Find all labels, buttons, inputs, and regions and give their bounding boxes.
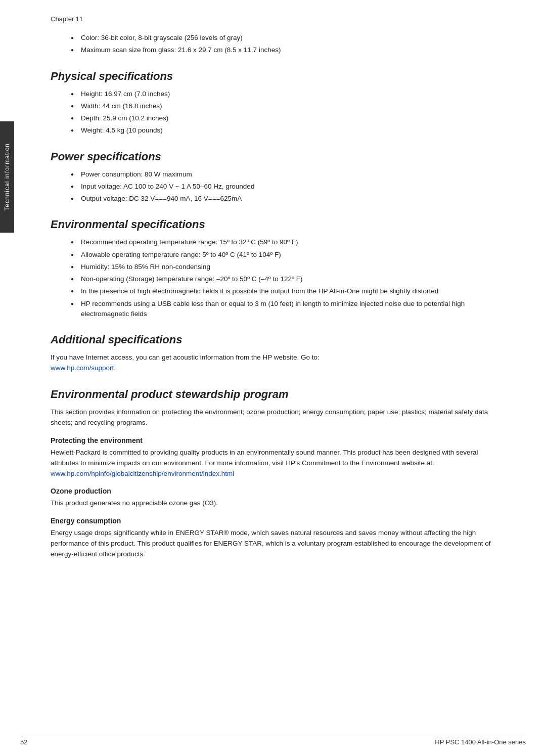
product-name: HP PSC 1400 All-in-One series [435, 738, 526, 746]
intro-bullet-1: Color: 36-bit color, 8-bit grayscale (25… [71, 33, 495, 43]
intro-bullet-2: Maximum scan size from glass: 21.6 x 29.… [71, 45, 495, 55]
intro-bullet-list: Color: 36-bit color, 8-bit grayscale (25… [71, 33, 495, 56]
power-specifications-heading: Power specifications [51, 150, 495, 163]
hp-environment-link[interactable]: www.hp.com/hpinfo/globalcitizenship/envi… [51, 470, 234, 477]
physical-bullet-3: Depth: 25.9 cm (10.2 inches) [71, 113, 495, 123]
side-tab: Technical information [0, 121, 14, 233]
environmental-bullet-6: HP recommends using a USB cable less tha… [71, 299, 495, 320]
ozone-body: This product generates no appreciable oz… [51, 498, 495, 509]
additional-specifications-heading: Additional specifications [51, 333, 495, 346]
physical-bullet-1: Height: 16.97 cm (7.0 inches) [71, 89, 495, 99]
physical-specifications-heading: Physical specifications [51, 70, 495, 83]
environmental-bullet-5: In the presence of high electromagnetic … [71, 286, 495, 296]
environmental-bullet-4: Non-operating (Storage) temperature rang… [71, 274, 495, 284]
physical-bullet-list: Height: 16.97 cm (7.0 inches) Width: 44 … [71, 89, 495, 136]
protecting-env-body: Hewlett-Packard is committed to providin… [51, 448, 495, 479]
environmental-bullet-list: Recommended operating temperature range:… [71, 237, 495, 319]
energy-subheading: Energy consumption [51, 517, 495, 525]
environmental-bullet-1: Recommended operating temperature range:… [71, 237, 495, 247]
power-bullet-list: Power consumption: 80 W maximum Input vo… [71, 169, 495, 204]
energy-body: Energy usage drops significantly while i… [51, 528, 495, 560]
side-tab-label: Technical information [4, 143, 11, 211]
additional-body: If you have Internet access, you can get… [51, 352, 495, 374]
page-number: 52 [20, 738, 27, 746]
physical-bullet-4: Weight: 4.5 kg (10 pounds) [71, 125, 495, 136]
environmental-specifications-heading: Environmental specifications [51, 218, 495, 231]
power-bullet-2: Input voltage: AC 100 to 240 V ~ 1 A 50–… [71, 182, 495, 192]
hp-support-link[interactable]: www.hp.com/support. [51, 364, 116, 372]
chapter-label: Chapter 11 [51, 15, 495, 23]
power-bullet-1: Power consumption: 80 W maximum [71, 169, 495, 180]
physical-bullet-2: Width: 44 cm (16.8 inches) [71, 101, 495, 111]
protecting-env-subheading: Protecting the environment [51, 436, 495, 444]
env-program-heading: Environmental product stewardship progra… [51, 388, 495, 401]
power-bullet-3: Output voltage: DC 32 V===940 mA, 16 V==… [71, 194, 495, 204]
environmental-bullet-2: Allowable operating temperature range: 5… [71, 250, 495, 260]
footer: 52 HP PSC 1400 All-in-One series [20, 734, 526, 746]
ozone-subheading: Ozone production [51, 487, 495, 495]
environmental-bullet-3: Humidity: 15% to 85% RH non-condensing [71, 262, 495, 272]
env-program-intro: This section provides information on pro… [51, 407, 495, 428]
